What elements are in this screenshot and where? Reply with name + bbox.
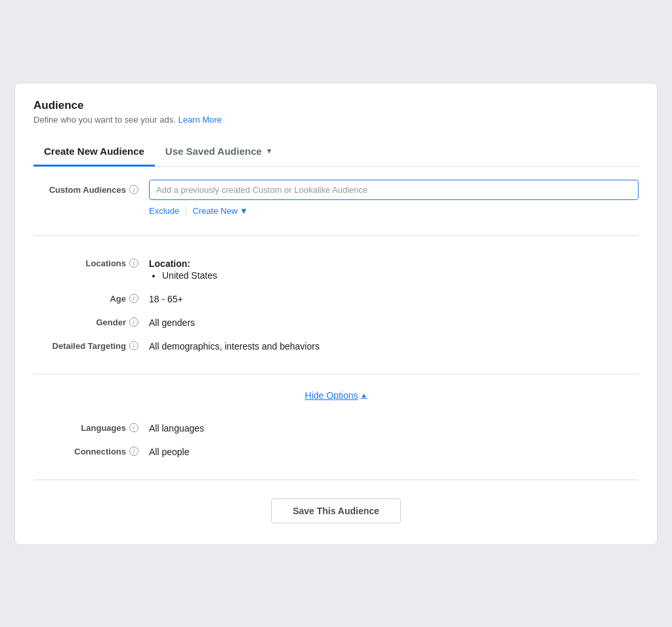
subtitle-text: Define who you want to see your ads. xyxy=(33,115,176,125)
gender-value: All genders xyxy=(149,311,639,334)
custom-audiences-label-text: Custom Audiences xyxy=(49,185,126,195)
create-new-chevron-icon: ▼ xyxy=(240,206,248,216)
gender-label: Gender i xyxy=(33,311,149,334)
gender-label-text: Gender xyxy=(96,317,126,327)
age-info-icon[interactable]: i xyxy=(129,294,138,303)
create-new-label: Create New xyxy=(192,206,238,216)
connections-value: All people xyxy=(149,440,639,464)
gender-info-icon[interactable]: i xyxy=(129,317,138,327)
input-actions: Exclude | Create New ▼ xyxy=(149,205,639,217)
exclude-button[interactable]: Exclude xyxy=(149,206,179,216)
locations-list: United States xyxy=(162,270,639,281)
detailed-targeting-value: All demographics, interests and behavior… xyxy=(149,334,639,358)
detailed-targeting-label-text: Detailed Targeting xyxy=(52,341,126,351)
hide-options-label: Hide Options xyxy=(305,390,358,401)
age-label: Age i xyxy=(33,287,149,311)
custom-audiences-info-icon[interactable]: i xyxy=(129,185,138,194)
hide-options-section: Hide Options ▲ xyxy=(33,380,639,406)
location-sub-label: Location: xyxy=(149,258,190,269)
section-title: Audience xyxy=(33,99,639,112)
save-audience-button[interactable]: Save This Audience xyxy=(271,498,401,523)
custom-audiences-search-input[interactable] xyxy=(149,180,639,200)
chevron-down-icon: ▼ xyxy=(266,147,273,155)
languages-value: All languages xyxy=(149,416,639,440)
arrow-up-icon: ▲ xyxy=(361,392,368,399)
action-separator: | xyxy=(184,205,187,217)
tab-create-new[interactable]: Create New Audience xyxy=(33,138,155,167)
custom-audiences-label: Custom Audiences i xyxy=(33,180,138,195)
age-value: 18 - 65+ xyxy=(149,287,639,311)
save-button-container: Save This Audience xyxy=(33,485,639,526)
locations-label-text: Locations xyxy=(86,258,126,268)
divider-3 xyxy=(33,479,639,480)
custom-audiences-input-area: Exclude | Create New ▼ xyxy=(149,180,639,217)
targeting-grid: Locations i Location: United States Age … xyxy=(33,241,639,369)
languages-info-icon[interactable]: i xyxy=(129,423,138,432)
locations-label: Locations i xyxy=(33,252,149,287)
divider-1 xyxy=(33,235,639,236)
custom-audiences-section: Custom Audiences i Exclude | Create New … xyxy=(33,167,639,230)
locations-value: Location: United States xyxy=(149,252,639,287)
divider-2 xyxy=(33,374,639,374)
hide-options-button[interactable]: Hide Options ▲ xyxy=(305,390,368,401)
custom-audiences-row: Custom Audiences i Exclude | Create New … xyxy=(33,180,639,217)
tab-use-saved[interactable]: Use Saved Audience ▼ xyxy=(155,138,284,167)
detailed-targeting-info-icon[interactable]: i xyxy=(129,341,138,350)
list-item: United States xyxy=(162,270,639,281)
connections-info-icon[interactable]: i xyxy=(129,447,138,456)
tab-use-saved-label: Use Saved Audience xyxy=(165,146,262,157)
connections-label: Connections i xyxy=(33,440,149,464)
detailed-targeting-label: Detailed Targeting i xyxy=(33,334,149,358)
audience-card: Audience Define who you want to see your… xyxy=(14,83,658,545)
connections-label-text: Connections xyxy=(74,447,126,456)
section-subtitle: Define who you want to see your ads. Lea… xyxy=(33,115,639,125)
locations-info-icon[interactable]: i xyxy=(129,258,138,268)
extra-options-grid: Languages i All languages Connections i … xyxy=(33,406,639,474)
tab-create-new-label: Create New Audience xyxy=(44,146,144,157)
tabs-container: Create New Audience Use Saved Audience ▼ xyxy=(33,138,639,167)
languages-label: Languages i xyxy=(33,416,149,440)
create-new-button[interactable]: Create New ▼ xyxy=(192,206,248,216)
languages-label-text: Languages xyxy=(81,423,126,433)
learn-more-link[interactable]: Learn More xyxy=(178,115,221,125)
audience-header: Audience Define who you want to see your… xyxy=(33,99,639,125)
age-label-text: Age xyxy=(110,294,126,304)
